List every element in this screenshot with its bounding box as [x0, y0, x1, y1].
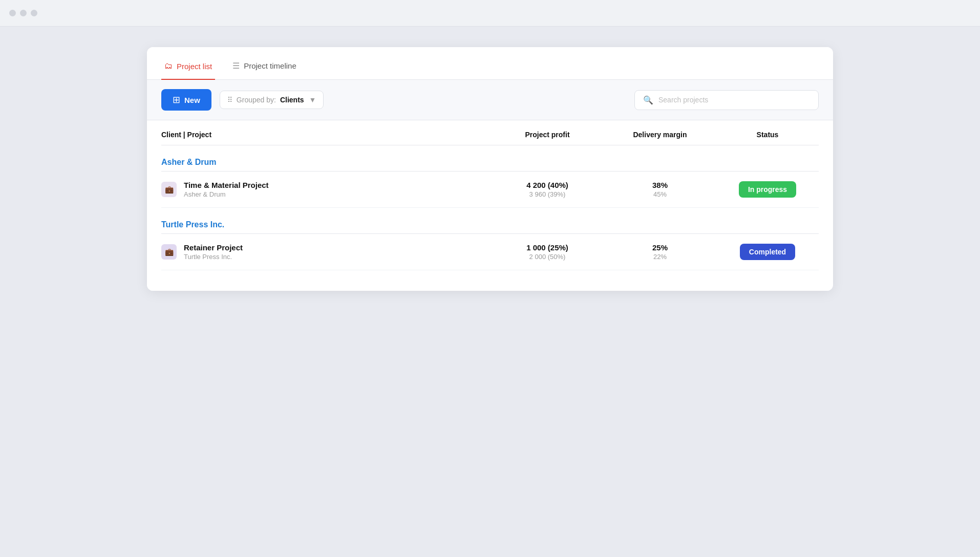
- profit-sub: 3 960 (39%): [491, 190, 604, 198]
- project-icon: 💼: [161, 244, 177, 260]
- table-header: Client | Project Project profit Delivery…: [161, 120, 819, 145]
- profit-sub: 2 000 (50%): [491, 253, 604, 261]
- group-icon: ⠿: [227, 96, 232, 104]
- search-input[interactable]: [658, 96, 810, 104]
- traffic-lights: [9, 10, 37, 16]
- table-container: Client | Project Project profit Delivery…: [147, 120, 833, 291]
- plus-icon: ⊞: [173, 94, 180, 105]
- th-delivery-margin: Delivery margin: [604, 131, 716, 139]
- profit-cell: 4 200 (40%) 3 960 (39%): [491, 181, 604, 198]
- traffic-light-close[interactable]: [9, 10, 16, 16]
- new-button[interactable]: ⊞ New: [161, 89, 211, 111]
- project-info: 💼 Time & Material Project Asher & Drum: [161, 181, 491, 198]
- tab-project-timeline-label: Project timeline: [244, 61, 296, 70]
- tabs-bar: 🗂 Project list ☰ Project timeline: [147, 47, 833, 80]
- group-by-dropdown[interactable]: ⠿ Grouped by: Clients ▼: [220, 91, 324, 109]
- tab-project-list[interactable]: 🗂 Project list: [161, 61, 215, 80]
- group-by-value: Clients: [280, 96, 304, 104]
- th-client-project: Client | Project: [161, 131, 491, 139]
- traffic-light-minimize[interactable]: [20, 10, 27, 16]
- table-row: 💼 Retainer Project Turtle Press Inc. 1 0…: [161, 234, 819, 270]
- search-icon: 🔍: [643, 95, 653, 105]
- status-cell: Completed: [716, 244, 819, 260]
- status-badge: In progress: [739, 181, 796, 198]
- project-timeline-icon: ☰: [232, 61, 240, 71]
- client-group-asher-drum: Asher & Drum: [161, 145, 819, 172]
- project-list-icon: 🗂: [164, 61, 173, 71]
- profit-main: 1 000 (25%): [491, 243, 604, 252]
- margin-main: 25%: [604, 243, 716, 252]
- status-badge: Completed: [740, 244, 795, 260]
- margin-main: 38%: [604, 181, 716, 189]
- tab-project-timeline[interactable]: ☰ Project timeline: [229, 61, 300, 80]
- margin-sub: 22%: [604, 253, 716, 261]
- client-group-turtle-press: Turtle Press Inc.: [161, 208, 819, 234]
- toolbar: ⊞ New ⠿ Grouped by: Clients ▼ 🔍: [147, 80, 833, 120]
- search-container: 🔍: [634, 90, 819, 110]
- profit-main: 4 200 (40%): [491, 181, 604, 189]
- th-project-profit: Project profit: [491, 131, 604, 139]
- project-client: Asher & Drum: [184, 190, 269, 198]
- titlebar: [0, 0, 980, 27]
- profit-cell: 1 000 (25%) 2 000 (50%): [491, 243, 604, 261]
- group-by-label: Grouped by:: [237, 96, 276, 104]
- project-client: Turtle Press Inc.: [184, 253, 243, 261]
- project-icon: 💼: [161, 182, 177, 197]
- chevron-down-icon: ▼: [309, 96, 316, 104]
- traffic-light-maximize[interactable]: [31, 10, 37, 16]
- project-name: Retainer Project: [184, 243, 243, 252]
- margin-sub: 45%: [604, 190, 716, 198]
- tab-project-list-label: Project list: [177, 62, 212, 71]
- table-row: 💼 Time & Material Project Asher & Drum 4…: [161, 172, 819, 208]
- margin-cell: 38% 45%: [604, 181, 716, 198]
- app-container: 🗂 Project list ☰ Project timeline ⊞ New …: [147, 47, 833, 291]
- project-info: 💼 Retainer Project Turtle Press Inc.: [161, 243, 491, 261]
- status-cell: In progress: [716, 181, 819, 198]
- th-status: Status: [716, 131, 819, 139]
- new-button-label: New: [184, 96, 200, 104]
- project-name: Time & Material Project: [184, 181, 269, 189]
- margin-cell: 25% 22%: [604, 243, 716, 261]
